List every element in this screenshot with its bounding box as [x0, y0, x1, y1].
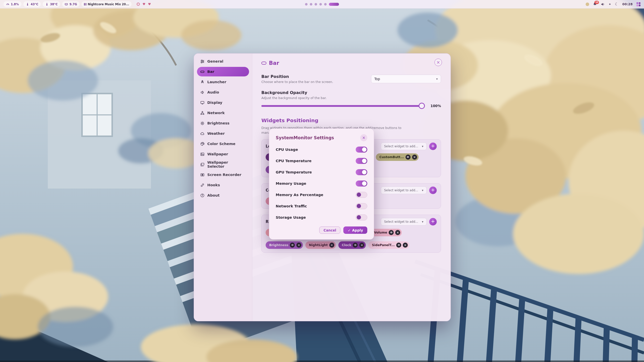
bar-position-dropdown[interactable]: Top ▾ — [371, 75, 441, 83]
sidebar-label: Audio — [207, 90, 219, 94]
background-opacity-label: Background Opacity — [261, 90, 441, 95]
remove-icon[interactable]: × — [329, 243, 334, 248]
add-widget-button[interactable]: + — [429, 187, 437, 194]
chevron-down-icon: ▾ — [436, 77, 438, 81]
sidebar-item-weather[interactable]: Weather — [197, 129, 249, 138]
visibility-eye-icon[interactable] — [396, 243, 401, 248]
storage-usage-toggle[interactable] — [356, 214, 367, 220]
media-title: Nightcore Music Mix 20... — [88, 3, 129, 6]
memory-module[interactable]: 9.7G — [62, 1, 79, 7]
sidebar-label: Display — [207, 101, 222, 105]
info-icon — [200, 193, 205, 198]
toggle-row-memory-usage: Memory Usage — [276, 178, 367, 189]
widget-chip-custombutton[interactable]: CustomButt... × — [376, 153, 419, 161]
sidebar-item-about[interactable]: About — [197, 191, 249, 200]
widget-chip-brightness[interactable]: Brightness × — [266, 241, 303, 249]
moon-icon[interactable]: ☾ — [615, 2, 618, 7]
add-widget-button[interactable]: + — [429, 143, 437, 150]
memory-usage-toggle[interactable] — [356, 180, 367, 187]
notification-badge: 10 — [594, 1, 599, 4]
add-widget-dropdown[interactable]: Select widget to add... ▾ — [381, 218, 427, 225]
gpu-temp-module[interactable]: 38°C — [43, 1, 60, 7]
remove-icon[interactable]: × — [296, 243, 301, 248]
cpu-usage-module[interactable]: 1.8% — [4, 1, 21, 7]
media-module[interactable]: Nightcore Music Mix 20... — [82, 1, 132, 7]
app-grid-icon[interactable] — [636, 2, 640, 6]
sidebar-item-color-scheme[interactable]: Color Scheme — [197, 139, 249, 149]
add-widget-dropdown[interactable]: Select widget to add... ▾ — [381, 187, 427, 194]
sidebar-item-brightness[interactable]: Brightness — [197, 118, 249, 128]
widget-chip-nightlight[interactable]: NightLight × — [305, 241, 336, 249]
toggle-row-memory-as-percentage: Memory As Percentage — [276, 189, 367, 200]
workspace-dot[interactable] — [319, 3, 322, 6]
clock[interactable]: 00:28 — [622, 2, 633, 6]
bar-position-label: Bar Position — [261, 74, 333, 79]
sidebar-item-screen-recorder[interactable]: Screen Recorder — [197, 170, 249, 179]
workspace-active[interactable] — [329, 3, 339, 6]
widget-chip-volume[interactable]: Volume × — [371, 229, 402, 236]
remove-icon[interactable]: × — [359, 243, 364, 248]
apply-button[interactable]: ✓Apply — [343, 227, 367, 234]
opacity-slider-knob[interactable] — [419, 103, 425, 109]
gpu-temperature-toggle[interactable] — [356, 169, 367, 175]
chevron-down-icon: ▾ — [422, 145, 423, 148]
remove-icon[interactable]: × — [412, 155, 417, 160]
color-swatch-icon[interactable] — [586, 3, 589, 6]
sun-icon — [200, 121, 205, 125]
widget-chip-clock[interactable]: Clock × — [338, 241, 366, 249]
cpu-usage-toggle[interactable] — [356, 147, 367, 153]
sidebar-item-general[interactable]: General — [197, 57, 249, 66]
add-widget-button[interactable]: + — [429, 218, 437, 225]
window-close-button[interactable]: × — [434, 59, 442, 66]
notifications-button[interactable]: 10 — [593, 2, 597, 6]
visibility-eye-icon[interactable] — [406, 155, 411, 160]
bar-left-modules: 1.8% 43°C 38°C 9.7G Nightcore Music Mix … — [4, 1, 151, 7]
sidebar-item-display[interactable]: Display — [197, 98, 249, 107]
sidebar-item-launcher[interactable]: Launcher — [197, 77, 249, 87]
sparkle-icon[interactable]: ✦ — [609, 3, 611, 6]
sidebar-item-bar[interactable]: Bar — [197, 67, 249, 76]
chevron-down-icon: ▾ — [422, 220, 423, 223]
opacity-slider[interactable] — [261, 105, 424, 107]
sidebar-label: Hooks — [207, 183, 220, 187]
memory-value: 9.7G — [69, 3, 77, 6]
workspace-dot[interactable] — [315, 3, 317, 6]
sidebar-item-audio[interactable]: Audio — [197, 87, 249, 97]
workspace-dot[interactable] — [305, 3, 308, 6]
plus-icon: + — [431, 219, 435, 224]
workspaces — [305, 0, 339, 9]
systemmonitor-settings-dialog: SystemMonitor Settings × CPU Usage CPU T… — [269, 128, 374, 240]
remove-icon[interactable]: × — [395, 230, 400, 235]
cloud-icon — [200, 131, 205, 136]
widget-chip-sidepanel[interactable]: SidePanelT... × — [368, 241, 409, 249]
heart-icon[interactable]: ♥ — [148, 3, 151, 6]
network-traffic-toggle[interactable] — [356, 203, 367, 209]
visibility-eye-icon[interactable] — [290, 243, 295, 248]
cpu-temperature-toggle[interactable] — [356, 158, 367, 164]
thermometer-icon — [26, 3, 29, 6]
link-icon — [200, 183, 205, 187]
dialog-close-button[interactable]: × — [360, 134, 367, 141]
sidebar-label: Screen Recorder — [207, 173, 241, 177]
memory-as-percentage-toggle[interactable] — [356, 192, 367, 198]
disc-icon[interactable] — [137, 3, 140, 6]
visibility-eye-icon[interactable] — [353, 243, 358, 248]
image-icon — [200, 152, 205, 156]
rocket-icon — [200, 80, 205, 84]
cpu-temp-value: 43°C — [31, 3, 38, 6]
workspace-dot[interactable] — [310, 3, 312, 6]
sidebar-label: Bar — [207, 70, 214, 74]
heart-icon[interactable]: ♥ — [142, 3, 145, 6]
sidebar-item-network[interactable]: Network — [197, 108, 249, 118]
sidebar-item-wallpaper[interactable]: Wallpaper — [197, 149, 249, 159]
volume-button[interactable] — [601, 2, 605, 6]
visibility-eye-icon[interactable] — [389, 230, 394, 235]
sidebar-item-wallpaper-selector[interactable]: Wallpaper Selector — [197, 160, 249, 169]
workspace-dot[interactable] — [324, 3, 327, 6]
cpu-temp-module[interactable]: 43°C — [23, 1, 41, 7]
sidebar-item-hooks[interactable]: Hooks — [197, 180, 249, 190]
bar-position-desc: Choose where to place the bar on the scr… — [261, 80, 333, 84]
remove-icon[interactable]: × — [403, 243, 408, 248]
add-widget-dropdown[interactable]: Select widget to add... ▾ — [381, 143, 427, 150]
cancel-button[interactable]: Cancel — [319, 227, 340, 234]
